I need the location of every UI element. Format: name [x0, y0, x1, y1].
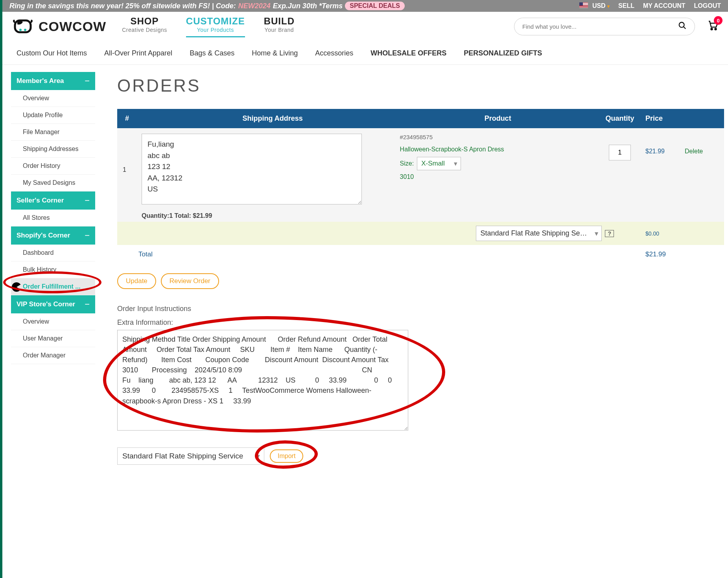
svg-point-3 [679, 22, 684, 28]
chevron-down-icon: ▾ [607, 4, 610, 9]
table-header: # Shipping Address Product Quantity Pric… [117, 109, 724, 128]
sidebar-item-saved-designs[interactable]: My Saved Designs [11, 175, 95, 191]
sidebar-item-vip-overview[interactable]: Overview [11, 313, 95, 330]
delete-link[interactable]: Delete [685, 134, 716, 155]
cat-wholesale[interactable]: WHOLESALE OFFERS [370, 49, 446, 57]
sidebar-shopify-header[interactable]: Shopify's Corner− [11, 226, 95, 245]
search-icon[interactable] [678, 21, 687, 32]
size-label: Size: [400, 160, 414, 167]
extra-info-label: Extra Information: [117, 318, 724, 327]
cart-count-badge: 0 [714, 16, 722, 25]
import-shipping-select[interactable]: Standard Flat Rate Shipping Service [117, 447, 264, 465]
total-row: Total $21.99 [117, 245, 724, 264]
sidebar-seller-header[interactable]: Seller's Corner− [11, 191, 95, 210]
sidebar-item-all-stores[interactable]: All Stores [11, 210, 95, 226]
update-button[interactable]: Update [117, 273, 156, 289]
cart-button[interactable]: 0 [707, 19, 719, 34]
shipping-price: $0.00 [645, 230, 685, 237]
product-id: #234958575 [400, 134, 591, 140]
category-nav: Custom Our Hot Items All-Over Print Appa… [2, 37, 728, 65]
sidebar-item-order-history[interactable]: Order History [11, 158, 95, 175]
my-account-link[interactable]: MY ACCOUNT [643, 2, 686, 9]
shipping-address-textarea[interactable] [142, 134, 362, 204]
product-name[interactable]: Halloween-Scrapbook-S Apron Dress [400, 146, 591, 153]
search-box[interactable] [514, 18, 695, 35]
nav-customize[interactable]: CUSTOMIZE Your Products [186, 16, 245, 37]
sell-link[interactable]: SELL [618, 2, 634, 9]
cat-accessories[interactable]: Accessories [315, 49, 353, 57]
sidebar-members-header[interactable]: Member's Area− [11, 72, 95, 90]
sidebar-vip-header[interactable]: VIP Store's Corner− [11, 295, 95, 313]
pacman-icon [12, 282, 21, 292]
svg-line-4 [684, 27, 686, 29]
size-select[interactable]: X-Small [417, 157, 461, 170]
row-summary: Quantity:1 Total: $21.99 [117, 210, 724, 222]
special-deals-badge[interactable]: SPECIAL DEALS [345, 2, 405, 10]
search-input[interactable] [522, 23, 678, 30]
logout-link[interactable]: LOGOUT [694, 2, 721, 9]
sidebar-item-order-manager[interactable]: Order Manager [11, 347, 95, 364]
sidebar-item-order-fulfillment[interactable]: Order Fulfillment ... [11, 278, 95, 295]
row-price: $21.99 [645, 134, 685, 155]
currency-selector[interactable]: USD ▾ [579, 2, 610, 9]
sidebar-item-overview[interactable]: Overview [11, 90, 95, 107]
sidebar-item-shipping-addresses[interactable]: Shipping Addresses [11, 141, 95, 158]
quantity-input[interactable] [609, 145, 631, 160]
promo-code: NEW2024 [238, 2, 271, 10]
svg-point-5 [711, 28, 713, 30]
collapse-icon: − [85, 195, 90, 206]
import-button[interactable]: Import [270, 449, 303, 463]
logo[interactable]: COWCOW [12, 18, 106, 35]
review-order-button[interactable]: Review Order [161, 273, 219, 289]
cat-apparel[interactable]: All-Over Print Apparel [104, 49, 172, 57]
sidebar-item-file-manager[interactable]: File Manager [11, 124, 95, 141]
instructions-label: Order Input Instructions [117, 305, 724, 313]
sidebar-item-update-profile[interactable]: Update Profile [11, 107, 95, 124]
cat-bags[interactable]: Bags & Cases [190, 49, 234, 57]
cow-logo-icon [12, 18, 34, 35]
cat-personalized[interactable]: PERSONALIZED GIFTS [464, 49, 542, 57]
product-sku: 3010 [400, 173, 591, 180]
shipping-method-select[interactable]: Standard Flat Rate Shipping Service [476, 226, 602, 241]
svg-point-2 [24, 29, 26, 31]
cat-home[interactable]: Home & Living [252, 49, 298, 57]
shipping-row: Standard Flat Rate Shipping Service ? $0… [117, 222, 724, 245]
collapse-icon: − [85, 299, 90, 309]
help-icon[interactable]: ? [605, 230, 614, 237]
nav-build[interactable]: BUILD Your Brand [264, 16, 295, 37]
sidebar-item-user-manager[interactable]: User Manager [11, 330, 95, 347]
promo-bar: Ring in the savings this new year! 25% o… [2, 0, 728, 12]
extra-info-textarea[interactable] [117, 330, 408, 431]
table-row: 1 #234958575 Halloween-Scrapbook-S Apron… [117, 128, 724, 210]
us-flag-icon [579, 2, 588, 8]
collapse-icon: − [85, 76, 90, 86]
collapse-icon: − [85, 230, 90, 241]
promo-exp: Exp.Jun 30th *Terms [273, 2, 343, 10]
svg-point-6 [715, 28, 717, 30]
nav-shop[interactable]: SHOP Creative Designs [122, 16, 167, 37]
promo-text: Ring in the savings this new year! 25% o… [9, 2, 236, 10]
cat-hot-items[interactable]: Custom Our Hot Items [17, 49, 87, 57]
sidebar-item-dashboard[interactable]: Dashboard [11, 245, 95, 261]
svg-point-1 [19, 29, 22, 31]
row-number: 1 [123, 166, 142, 173]
sidebar-item-bulk-history[interactable]: Bulk History [11, 261, 95, 278]
page-title: ORDERS [117, 76, 724, 96]
